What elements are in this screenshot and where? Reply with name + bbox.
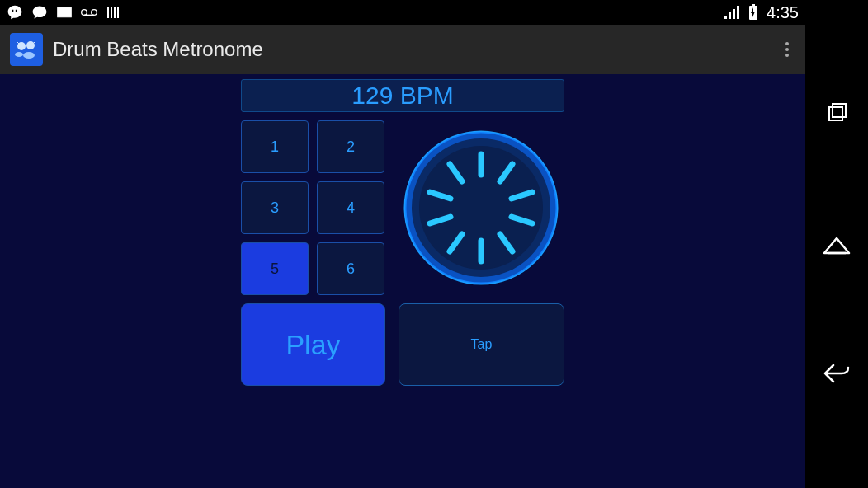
mail-icon — [56, 4, 73, 21]
svg-rect-7 — [117, 7, 119, 18]
beat-button-4[interactable]: 4 — [317, 181, 384, 234]
recent-apps-button[interactable] — [820, 98, 853, 131]
back-button[interactable] — [820, 357, 853, 390]
svg-rect-29 — [829, 107, 842, 120]
tap-button[interactable]: Tap — [399, 303, 564, 386]
beat-button-5[interactable]: 5 — [241, 242, 309, 295]
voicemail-icon — [81, 4, 97, 21]
main-content: 129 BPM 1 2 3 4 5 6 — [0, 74, 805, 488]
svg-point-2 — [92, 10, 97, 16]
svg-rect-30 — [833, 104, 846, 117]
svg-point-13 — [26, 41, 35, 49]
svg-rect-6 — [114, 7, 116, 18]
bars-icon — [106, 4, 122, 21]
hangouts-icon — [7, 4, 23, 21]
beat-button-2[interactable]: 2 — [317, 120, 384, 173]
beat-grid: 1 2 3 4 5 6 — [241, 120, 384, 295]
svg-rect-5 — [111, 7, 112, 18]
status-bar: 4:35 — [0, 0, 805, 25]
signal-icon — [724, 4, 740, 21]
tempo-dial[interactable] — [403, 129, 559, 286]
battery-charging-icon — [745, 4, 762, 21]
bpm-display: 129 BPM — [241, 79, 564, 112]
svg-point-10 — [15, 52, 23, 57]
overflow-menu-button[interactable] — [779, 35, 795, 63]
svg-point-11 — [23, 52, 35, 59]
system-navbar — [805, 0, 868, 488]
status-time: 4:35 — [767, 3, 799, 22]
app-bar: Drum Beats Metronome — [0, 25, 805, 74]
beat-button-6[interactable]: 6 — [317, 242, 384, 295]
svg-rect-9 — [752, 4, 755, 6]
app-icon — [10, 33, 43, 66]
app-title: Drum Beats Metronome — [53, 38, 263, 61]
play-button[interactable]: Play — [241, 303, 385, 386]
svg-rect-4 — [107, 7, 109, 18]
home-button[interactable] — [820, 228, 853, 260]
beat-button-1[interactable]: 1 — [241, 120, 309, 173]
svg-point-1 — [82, 10, 87, 16]
chat-icon — [31, 4, 48, 21]
beat-button-3[interactable]: 3 — [241, 181, 309, 234]
